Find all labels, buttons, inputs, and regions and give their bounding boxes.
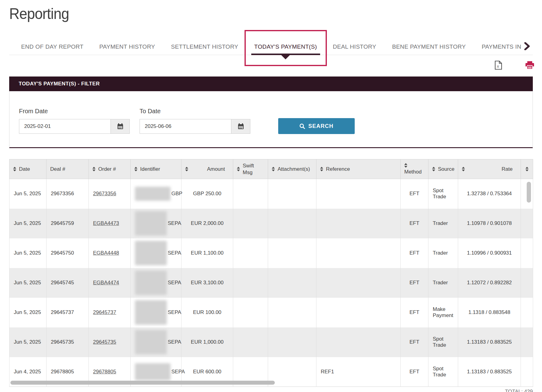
cell-extra [521,209,533,238]
cell-swift-msg [233,268,268,298]
from-date-input[interactable] [19,119,111,134]
cell-date: Jun 5, 2025 [9,238,47,268]
tab-payment-history[interactable]: PAYMENT HISTORY [99,43,155,50]
sort-icon[interactable] [404,163,407,168]
search-button-label: SEARCH [308,123,333,129]
filter-title: TODAY'S PAYMENT(S) - FILTER [19,81,100,87]
col-header-source[interactable]: Source [428,159,458,179]
cell-method: EFT [401,327,428,357]
cell-swift-msg [233,327,268,357]
col-header-swift[interactable]: Swift Msg [233,159,268,179]
tabs-overflow-button[interactable] [524,42,530,50]
redacted-identifier-blur [135,271,167,295]
cell-identifier: GBP [131,179,181,209]
cell-reference [316,238,401,268]
sort-icon[interactable] [185,167,188,171]
redacted-identifier-blur [135,330,167,354]
payments-table-container: Date Deal # Order # Identifier Amount [9,159,533,387]
horizontal-scrollbar-thumb[interactable] [10,381,275,385]
col-label-order: Order # [98,166,116,172]
cell-extra [521,357,533,387]
cell-reference [316,268,401,298]
tab-payments-in[interactable]: PAYMENTS IN [482,43,521,50]
order-number-link[interactable]: 29673356 [93,191,116,196]
col-header-method[interactable]: Method [401,159,428,179]
cell-identifier: SEPA [131,298,181,327]
to-date-input[interactable] [140,119,231,134]
cell-amount: EUR 1,100.00 [181,238,233,268]
col-header-attachments[interactable]: Attachment(s) [268,159,316,179]
tab-end-of-day-report[interactable]: END OF DAY REPORT [21,43,84,50]
to-date-calendar-button[interactable] [231,119,250,134]
cell-deal-number: 29645759 [47,209,89,238]
order-number-link[interactable]: EGBA4448 [93,250,119,256]
cell-identifier: SEPA [131,327,181,357]
sort-icon[interactable] [272,167,275,171]
cell-reference [316,179,401,209]
sort-icon[interactable] [237,167,240,171]
table-row: Jun 5, 2025 29645737 29645737 SEPA EUR 1… [9,298,533,327]
col-header-order[interactable]: Order # [89,159,131,179]
cell-source: Make Payment [428,298,458,327]
svg-text:x: x [497,64,499,69]
col-header-reference[interactable]: Reference [316,159,401,179]
col-header-rate[interactable]: Rate [458,159,521,179]
tab-todays-payments[interactable]: TODAY'S PAYMENT(S) [254,43,317,50]
cell-attachments [268,327,316,357]
redacted-identifier-blur [135,300,167,325]
cell-amount: EUR 3,100.00 [181,268,233,298]
export-toolbar: x [495,61,534,70]
cell-method: EFT [401,357,428,387]
vertical-scrollbar-thumb[interactable] [527,182,531,203]
search-button[interactable]: SEARCH [278,118,355,134]
filter-panel-header: TODAY'S PAYMENT(S) - FILTER [9,77,533,91]
cell-deal-number: 29645735 [47,327,89,357]
sort-icon[interactable] [432,167,435,171]
cell-date: Jun 5, 2025 [9,268,47,298]
table-header-row: Date Deal # Order # Identifier Amount [9,159,533,179]
col-header-date[interactable]: Date [9,159,47,179]
identifier-suffix: SEPA [168,280,181,286]
excel-file-icon: x [495,61,502,70]
col-label-date: Date [19,166,30,172]
identifier-suffix: SEPA [168,220,181,226]
col-header-extra[interactable] [521,159,533,179]
identifier-suffix: GBP [171,191,182,197]
col-header-deal: Deal # [47,159,89,179]
active-tab-caret-icon [281,55,290,59]
tab-bene-payment-history[interactable]: BENE PAYMENT HISTORY [392,43,466,50]
order-number-link[interactable]: 29645735 [93,339,116,345]
table-row: Jun 5, 2025 29645759 EGBA4473 SEPA EUR 2… [9,209,533,238]
cell-amount: GBP 250.00 [181,179,233,209]
from-date-calendar-button[interactable] [111,119,130,134]
cell-order-number: EGBA4474 [89,268,131,298]
cell-method: EFT [401,238,428,268]
cell-attachments [268,298,316,327]
reporting-page: Reporting END OF DAY REPORT PAYMENT HIST… [0,0,542,392]
identifier-suffix: SEPA [168,250,181,256]
sort-icon[interactable] [525,167,529,171]
order-number-link[interactable]: EGBA4474 [93,280,119,286]
col-header-amount[interactable]: Amount [181,159,233,179]
order-number-link[interactable]: EGBA4473 [93,220,119,226]
cell-deal-number: 29645745 [47,268,89,298]
tab-deal-history[interactable]: DEAL HISTORY [333,43,376,50]
sort-icon[interactable] [92,167,95,171]
cell-rate: 1.10996 / 0.900931 [458,238,521,268]
sort-icon[interactable] [13,167,16,171]
col-header-identifier[interactable]: Identifier [131,159,181,179]
cell-attachments [268,209,316,238]
print-button[interactable] [525,61,534,69]
sort-icon[interactable] [462,167,465,171]
cell-source: Spot Trade [428,357,458,387]
cell-amount: EUR 1,000.00 [181,327,233,357]
tab-settlement-history[interactable]: SETTLEMENT HISTORY [171,43,238,50]
cell-reference: REF1 [316,357,401,387]
order-number-link[interactable]: 29645737 [93,309,116,315]
cell-deal-number: 29645737 [47,298,89,327]
export-excel-button[interactable]: x [495,61,502,70]
sort-icon[interactable] [134,167,137,171]
order-number-link[interactable]: 29678805 [93,369,116,375]
sort-icon[interactable] [320,167,323,171]
identifier-suffix: SEPA [171,369,185,375]
